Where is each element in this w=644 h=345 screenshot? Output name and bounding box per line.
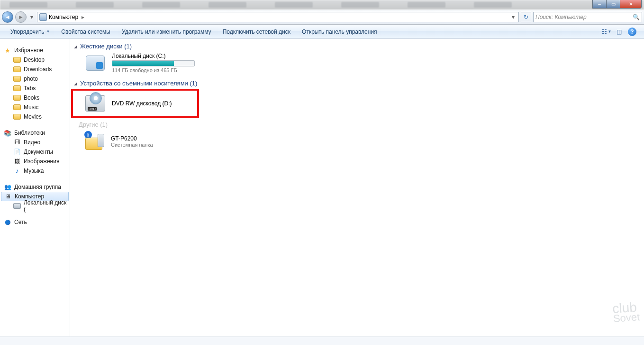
refresh-button[interactable]: ↻ — [521, 12, 531, 22]
libraries-icon — [4, 129, 11, 137]
section-label: Устройства со съемными носителями (1) — [80, 80, 197, 87]
sidebar-item-desktop[interactable]: Desktop — [0, 55, 70, 65]
device-subtitle: Системная папка — [111, 142, 153, 148]
star-icon — [4, 47, 11, 54]
organize-menu[interactable]: Упорядочить▼ — [5, 25, 55, 38]
navigation-pane: Избранное Desktop Downloads photo Tabs B… — [0, 39, 70, 336]
disk-icon — [13, 203, 21, 209]
video-icon — [13, 139, 21, 146]
forward-button[interactable]: ► — [15, 11, 27, 23]
document-icon — [13, 148, 21, 156]
homegroup-icon — [4, 183, 11, 191]
watermark: clubSovet — [612, 299, 640, 325]
minimize-button[interactable]: – — [592, 0, 607, 9]
drive-dvd-d-highlighted[interactable]: DVD RW дисковод (D:) — [71, 89, 199, 118]
close-button[interactable]: ✕ — [620, 0, 642, 9]
sidebar-item-documents[interactable]: Документы — [0, 147, 70, 157]
folder-icon — [13, 66, 21, 72]
map-network-drive-button[interactable]: Подключить сетевой диск — [217, 25, 296, 38]
window-controls: – ▭ ✕ — [593, 0, 642, 9]
view-options-button[interactable]: ☷▼ — [600, 27, 613, 37]
capacity-bar — [112, 60, 195, 66]
breadcrumb[interactable]: Компьютер ▸ — [49, 14, 86, 20]
uninstall-program-button[interactable]: Удалить или изменить программу — [116, 25, 217, 38]
sidebar-item-music-lib[interactable]: Музыка — [0, 166, 70, 176]
collapse-icon[interactable]: ◢ — [74, 44, 77, 49]
search-icon[interactable]: 🔍 — [633, 14, 640, 20]
help-button[interactable]: ? — [628, 28, 636, 36]
address-bar[interactable]: Компьютер ▸ ▾ — [37, 12, 519, 22]
nav-history-dropdown[interactable]: ▾ — [28, 11, 35, 23]
sidebar-item-movies[interactable]: Movies — [0, 112, 70, 121]
drive-title: DVD RW дисковод (D:) — [112, 100, 172, 107]
system-properties-button[interactable]: Свойства системы — [55, 25, 116, 38]
bluetooth-device-icon: ᛒ — [85, 132, 104, 151]
navigation-bar: ◄ ► ▾ Компьютер ▸ ▾ ↻ Поиск: Компьютер 🔍 — [0, 9, 644, 25]
device-title: GT-P6200 — [111, 135, 153, 142]
breadcrumb-location[interactable]: Компьютер — [49, 14, 78, 20]
sidebar-item-photo[interactable]: photo — [0, 74, 70, 84]
section-label: Жесткие диски (1) — [80, 43, 132, 50]
preview-pane-button[interactable]: ◫ — [613, 27, 625, 37]
address-dropdown-icon[interactable]: ▾ — [510, 14, 517, 20]
back-button[interactable]: ◄ — [2, 11, 13, 23]
hdd-icon — [85, 53, 105, 73]
breadcrumb-arrow-icon[interactable]: ▸ — [80, 14, 86, 20]
section-removable[interactable]: ◢ Устройства со съемными носителями (1) — [74, 80, 640, 87]
capacity-text: 114 ГБ свободно из 465 ГБ — [112, 67, 195, 73]
sidebar-item-tabs[interactable]: Tabs — [0, 84, 70, 93]
music-icon — [13, 167, 21, 175]
maximize-button[interactable]: ▭ — [606, 0, 620, 9]
sidebar-item-downloads[interactable]: Downloads — [0, 65, 70, 74]
libraries-group[interactable]: Библиотеки — [0, 128, 70, 138]
sidebar-item-video[interactable]: Видео — [0, 138, 70, 147]
computer-icon — [39, 13, 47, 21]
collapse-icon[interactable]: ◢ — [74, 81, 77, 86]
device-gt-p6200[interactable]: ᛒ GT-P6200 Системная папка — [73, 130, 640, 153]
homegroup-group[interactable]: Домашняя группа — [0, 182, 70, 192]
background-tab-strip — [0, 0, 644, 9]
drive-local-c[interactable]: Локальный диск (C:) 114 ГБ свободно из 4… — [73, 52, 640, 78]
open-control-panel-button[interactable]: Открыть панель управления — [296, 25, 383, 38]
folder-icon — [13, 76, 21, 82]
search-input[interactable]: Поиск: Компьютер 🔍 — [533, 12, 642, 22]
folder-icon — [13, 104, 21, 110]
sidebar-item-books[interactable]: Books — [0, 93, 70, 103]
network-icon — [4, 218, 11, 226]
computer-icon — [4, 193, 12, 200]
sidebar-item-images[interactable]: Изображения — [0, 157, 70, 166]
dvd-drive-icon — [85, 93, 105, 113]
folder-icon — [13, 85, 21, 91]
network-group[interactable]: Сеть — [0, 217, 70, 227]
workspace: Избранное Desktop Downloads photo Tabs B… — [0, 39, 644, 336]
favorites-group[interactable]: Избранное — [0, 46, 70, 55]
command-toolbar: Упорядочить▼ Свойства системы Удалить ил… — [0, 25, 644, 39]
content-pane: ◢ Жесткие диски (1) Локальный диск (C:) … — [70, 39, 644, 336]
sidebar-item-local-disk[interactable]: Локальный диск ( — [0, 201, 70, 211]
status-bar — [0, 336, 644, 345]
sidebar-item-music[interactable]: Music — [0, 103, 70, 112]
image-icon — [13, 158, 21, 165]
drive-title: Локальный диск (C:) — [112, 53, 195, 59]
section-other-obscured: Другие (1) — [79, 121, 640, 128]
search-placeholder: Поиск: Компьютер — [535, 14, 587, 20]
folder-icon — [13, 95, 21, 101]
folder-icon — [13, 114, 21, 120]
section-hard-drives[interactable]: ◢ Жесткие диски (1) — [74, 43, 640, 50]
folder-icon — [13, 57, 21, 63]
